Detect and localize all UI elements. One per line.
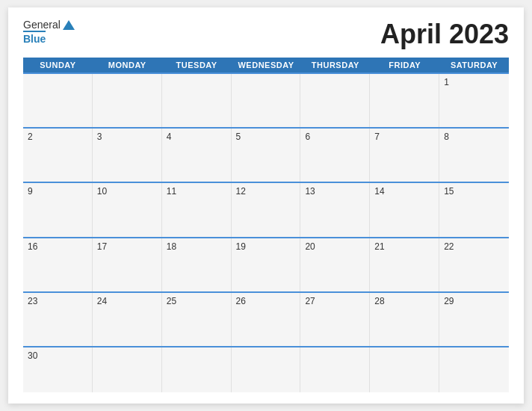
day-number: 15 bbox=[444, 186, 454, 197]
day-cell: 12 bbox=[232, 183, 301, 236]
day-cell: 13 bbox=[300, 183, 370, 236]
day-cell bbox=[300, 74, 370, 127]
month-title: April 2023 bbox=[380, 19, 509, 50]
calendar-grid: SundayMondayTuesdayWednesdayThursdayFrid… bbox=[23, 58, 509, 392]
day-cell: 28 bbox=[370, 293, 439, 346]
calendar-body: 1234567891011121314151617181920212223242… bbox=[23, 72, 509, 392]
day-cell: 19 bbox=[232, 238, 301, 291]
day-cell: 14 bbox=[370, 183, 439, 236]
day-header-tuesday: Tuesday bbox=[162, 58, 232, 72]
day-cell: 4 bbox=[162, 129, 232, 182]
day-number: 6 bbox=[305, 132, 310, 142]
day-number: 3 bbox=[97, 132, 102, 142]
day-headers: SundayMondayTuesdayWednesdayThursdayFrid… bbox=[23, 58, 509, 72]
day-cell: 18 bbox=[162, 238, 232, 291]
day-cell bbox=[23, 74, 93, 127]
day-cell: 10 bbox=[93, 183, 162, 236]
day-number: 9 bbox=[28, 186, 33, 197]
day-cell: 15 bbox=[439, 183, 509, 236]
day-header-monday: Monday bbox=[93, 58, 162, 72]
day-number: 18 bbox=[167, 241, 176, 252]
day-cell: 5 bbox=[232, 129, 301, 182]
day-cell bbox=[162, 347, 232, 392]
logo: General Blue bbox=[23, 19, 75, 45]
calendar-container: General Blue April 2023 SundayMondayTues… bbox=[8, 7, 524, 404]
day-cell: 22 bbox=[439, 238, 509, 291]
day-cell bbox=[162, 74, 232, 127]
week-row-5: 23242526272829 bbox=[23, 291, 509, 346]
day-number: 28 bbox=[374, 296, 384, 306]
day-number: 21 bbox=[374, 241, 384, 252]
day-number: 19 bbox=[236, 241, 246, 252]
day-cell bbox=[370, 74, 439, 127]
day-number: 12 bbox=[236, 186, 246, 197]
day-number: 29 bbox=[444, 296, 454, 306]
day-cell: 20 bbox=[300, 238, 370, 291]
day-header-saturday: Saturday bbox=[439, 58, 509, 72]
logo-general-text: General bbox=[23, 19, 61, 31]
day-number: 22 bbox=[444, 241, 454, 252]
day-cell: 29 bbox=[439, 293, 509, 346]
day-number: 11 bbox=[167, 186, 176, 197]
week-row-4: 16171819202122 bbox=[23, 237, 509, 291]
day-header-friday: Friday bbox=[370, 58, 439, 72]
day-cell: 7 bbox=[370, 129, 439, 182]
day-cell bbox=[370, 347, 439, 392]
day-cell: 17 bbox=[93, 238, 162, 291]
logo-triangle-icon bbox=[63, 20, 75, 30]
day-cell bbox=[439, 347, 509, 392]
day-cell: 26 bbox=[232, 293, 301, 346]
day-header-sunday: Sunday bbox=[23, 58, 93, 72]
day-cell bbox=[232, 347, 301, 392]
day-number: 30 bbox=[28, 350, 37, 361]
week-row-6: 30 bbox=[23, 346, 509, 392]
day-cell bbox=[93, 347, 162, 392]
day-header-thursday: Thursday bbox=[300, 58, 370, 72]
day-number: 14 bbox=[374, 186, 384, 197]
day-number: 25 bbox=[167, 296, 176, 306]
logo-blue-text: Blue bbox=[23, 31, 46, 45]
day-header-wednesday: Wednesday bbox=[232, 58, 301, 72]
day-cell bbox=[93, 74, 162, 127]
day-number: 5 bbox=[236, 132, 241, 142]
day-number: 26 bbox=[236, 296, 246, 306]
day-number: 10 bbox=[97, 186, 107, 197]
logo-top-line: General bbox=[23, 19, 75, 31]
day-number: 24 bbox=[97, 296, 107, 306]
day-number: 1 bbox=[444, 77, 449, 87]
day-number: 23 bbox=[28, 296, 37, 306]
day-number: 16 bbox=[28, 241, 37, 252]
week-row-3: 9101112131415 bbox=[23, 182, 509, 236]
calendar-header: General Blue April 2023 bbox=[23, 19, 509, 50]
day-cell: 8 bbox=[439, 129, 509, 182]
day-number: 20 bbox=[305, 241, 315, 252]
day-cell: 11 bbox=[162, 183, 232, 236]
day-cell: 16 bbox=[23, 238, 93, 291]
week-row-1: 1 bbox=[23, 72, 509, 127]
day-cell bbox=[300, 347, 370, 392]
day-cell: 23 bbox=[23, 293, 93, 346]
day-number: 17 bbox=[97, 241, 107, 252]
day-cell: 9 bbox=[23, 183, 93, 236]
week-row-2: 2345678 bbox=[23, 127, 509, 182]
day-number: 13 bbox=[305, 186, 315, 197]
day-cell: 2 bbox=[23, 129, 93, 182]
day-number: 8 bbox=[444, 132, 449, 142]
day-number: 27 bbox=[305, 296, 315, 306]
day-cell: 3 bbox=[93, 129, 162, 182]
day-number: 4 bbox=[167, 132, 172, 142]
day-number: 7 bbox=[374, 132, 380, 142]
day-cell: 27 bbox=[300, 293, 370, 346]
day-cell: 21 bbox=[370, 238, 439, 291]
day-cell: 1 bbox=[439, 74, 509, 127]
day-number: 2 bbox=[28, 132, 33, 142]
day-cell: 30 bbox=[23, 347, 93, 392]
day-cell bbox=[232, 74, 301, 127]
day-cell: 24 bbox=[93, 293, 162, 346]
day-cell: 6 bbox=[300, 129, 370, 182]
day-cell: 25 bbox=[162, 293, 232, 346]
